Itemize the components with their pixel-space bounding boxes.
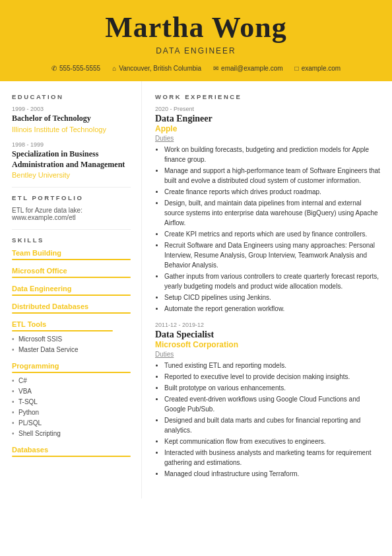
skill-name-3: Data Engineering [12,285,131,293]
job-2-duties-label: Duties [155,351,381,358]
candidate-name: Martha Wong [13,12,379,44]
job-1-dates: 2020 - Present [155,106,381,112]
edu-date-2: 1998 - 1999 [12,141,131,148]
header: Martha Wong Data Engineer ✆ 555-555-5555… [0,0,392,81]
skill-name-2: Microsoft Office [12,267,131,275]
email-icon: ✉ [213,65,218,72]
divider-etl [12,229,131,230]
bullet-item: Setup CICD pipelines using Jenkins. [164,293,381,302]
skill-bar-1 [12,259,131,260]
list-item: C# [12,376,131,386]
job-2-title: Data Specialist [155,330,381,340]
list-item: PL/SQL [12,418,131,429]
skill-name-4: Distributed Databases [12,302,131,310]
edu-degree-1: Bachelor of Technology [12,114,131,124]
skill-databases: Databases [12,446,131,457]
bullet-item: Built prototype on various enhancements. [164,383,381,393]
list-item: Master Data Service [12,345,131,355]
job-1-duties-label: Duties [155,135,381,142]
candidate-title: Data Engineer [13,46,379,55]
phone-contact: ✆ 555-555-5555 [51,65,100,72]
etl-section-title: ETL Portfolio [12,194,131,201]
bullet-item: Gather inputs from various controllers t… [164,271,381,291]
list-item: Python [12,407,131,418]
job-2-company: Microsoft Corporation [155,340,381,349]
education-item-1: 1999 - 2003 Bachelor of Technology Illin… [12,106,131,133]
edu-degree-2: Specialization in Business Administratio… [12,149,131,170]
education-item-2: 1998 - 1999 Specialization in Business A… [12,141,131,179]
bullet-item: Reported to executive level to provide d… [164,372,381,382]
list-item: Microsoft SSIS [12,334,131,345]
email-contact: ✉ email@example.com [213,65,283,72]
bullet-item: Interacted with business analysts and ma… [164,448,381,468]
etl-link-text: ETL for Azure data lake: www.example.com… [12,207,131,221]
job-1: 2020 - Present Data Engineer Apple Dutie… [155,106,381,314]
email-text: email@example.com [221,65,283,72]
location-icon: ⌂ [112,65,116,72]
list-item: Shell Scripting [12,429,131,439]
list-item: VBA [12,386,131,397]
phone-icon: ✆ [51,65,57,72]
bullet-item: Manage and support a high-performance te… [164,166,381,186]
skill-bar-5 [12,330,113,331]
divider-edu [12,187,131,188]
job-1-company: Apple [155,124,381,133]
website-icon: □ [295,65,299,72]
work-section-title: Work Experience [155,93,381,100]
skill-bar-2 [12,277,131,278]
bullet-item: Designed and built data marts and cubes … [164,415,381,435]
skill-bar-7 [12,456,131,457]
website-text: example.com [302,65,341,72]
contact-bar: ✆ 555-555-5555 ⌂ Vancouver, British Colu… [13,61,379,75]
bullet-item: Work on building forecasts, budgeting an… [164,145,381,164]
skill-bar-4 [12,312,131,314]
phone-number: 555-555-5555 [59,65,100,72]
skill-name-7: Databases [12,446,131,454]
job-1-title: Data Engineer [155,114,381,124]
left-column: Education 1999 - 2003 Bachelor of Techno… [0,81,142,499]
bullet-item: Create finance reports which drives prod… [164,187,381,197]
bullet-item: Design, built, and maintain data pipelin… [164,198,381,228]
skill-name-1: Team Building [12,249,131,257]
bullet-item: Managed cloud infrastructure using Terra… [164,469,381,479]
edu-date-1: 1999 - 2003 [12,106,131,112]
skill-microsoft-office: Microsoft Office [12,267,131,278]
list-item: T-SQL [12,397,131,407]
bullet-item: Created event-driven workflows using Goo… [164,394,381,414]
edu-school-1: Illinois Institute of Technology [12,125,131,133]
education-section-title: Education [12,93,131,100]
job-2: 2011-12 - 2019-12 Data Specialist Micros… [155,322,381,479]
etl-tools-list: Microsoft SSIS Master Data Service [12,334,131,355]
skill-distributed-databases: Distributed Databases [12,302,131,314]
skill-name-6: Programming [12,362,131,370]
skill-bar-6 [12,372,131,373]
bullet-item: Tuned existing ETL and reporting models. [164,361,381,370]
skill-team-building: Team Building [12,249,131,260]
bullet-item: Kept communication flow from executives … [164,436,381,446]
location-text: Vancouver, British Columbia [119,65,201,72]
job-2-dates: 2011-12 - 2019-12 [155,322,381,328]
website-contact: □ example.com [295,65,341,72]
location-contact: ⌂ Vancouver, British Columbia [112,65,201,72]
skill-bar-3 [12,295,131,296]
bullet-item: Create KPI metrics and reports which are… [164,229,381,239]
job-2-bullets: Tuned existing ETL and reporting models.… [155,361,381,479]
skill-data-engineering: Data Engineering [12,285,131,296]
programming-list: C# VBA T-SQL Python PL/SQL Shell Scripti… [12,376,131,439]
skill-programming: Programming C# VBA T-SQL Python PL/SQL S… [12,362,131,439]
skill-etl-tools: ETL Tools Microsoft SSIS Master Data Ser… [12,320,131,355]
skill-name-5: ETL Tools [12,320,131,328]
bullet-item: Recruit Software and Data Engineers usin… [164,240,381,270]
right-column: Work Experience 2020 - Present Data Engi… [142,81,392,499]
skills-section-title: Skills [12,236,131,244]
job-1-bullets: Work on building forecasts, budgeting an… [155,145,381,314]
main-content: Education 1999 - 2003 Bachelor of Techno… [0,81,392,499]
edu-school-2: Bentley University [12,171,131,179]
bullet-item: Automate the report generation workflow. [164,304,381,314]
